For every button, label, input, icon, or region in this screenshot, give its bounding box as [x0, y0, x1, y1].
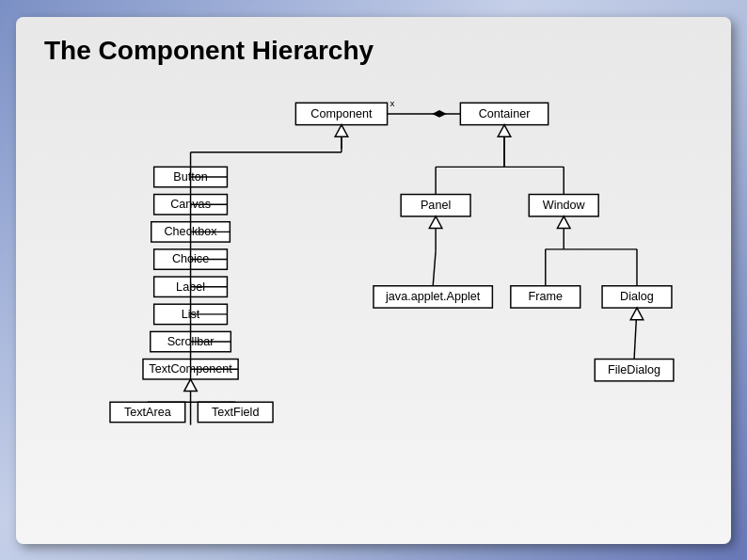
slide-title: The Component Hierarchy — [44, 36, 703, 66]
svg-text:Component: Component — [310, 106, 373, 120]
diagram-area: Component x Button Canvas Checkbox Choic… — [44, 80, 703, 541]
svg-line-67 — [433, 250, 436, 285]
svg-text:TextArea: TextArea — [124, 405, 172, 418]
svg-marker-69 — [557, 216, 570, 228]
svg-text:FileDialog: FileDialog — [608, 363, 660, 376]
svg-marker-41 — [335, 124, 348, 136]
svg-text:TextField: TextField — [212, 405, 260, 418]
svg-text:Window: Window — [543, 199, 586, 212]
svg-marker-60 — [498, 124, 511, 136]
svg-text:Frame: Frame — [529, 290, 563, 303]
svg-marker-39 — [432, 110, 447, 118]
svg-text:Panel: Panel — [421, 199, 451, 212]
svg-text:Container: Container — [479, 106, 531, 120]
svg-marker-74 — [630, 308, 644, 320]
slide-container: The Component Hierarchy Component x Butt… — [16, 17, 731, 544]
svg-text:Dialog: Dialog — [620, 290, 654, 303]
svg-marker-66 — [429, 216, 442, 228]
svg-text:java.applet.Applet: java.applet.Applet — [385, 290, 481, 303]
svg-text:x: x — [390, 98, 395, 108]
svg-marker-55 — [184, 378, 198, 391]
